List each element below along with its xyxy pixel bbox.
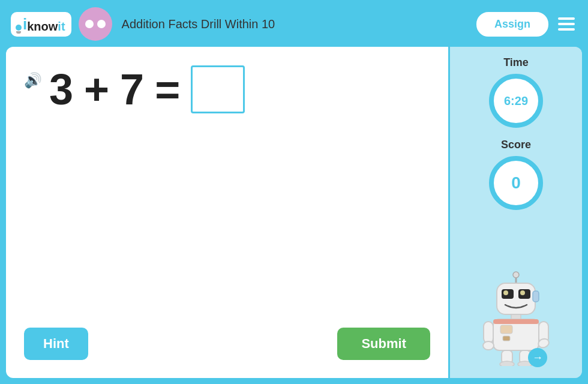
svg-point-5: [503, 290, 508, 295]
time-label: Time: [503, 56, 529, 69]
logo-area: iknowit: [11, 7, 112, 41]
nav-arrow-icon: →: [532, 352, 543, 364]
svg-rect-12: [493, 319, 539, 324]
robot-area: →: [480, 220, 552, 372]
svg-point-14: [483, 341, 494, 350]
svg-point-6: [520, 290, 525, 295]
logo-i: i: [23, 15, 27, 34]
svg-rect-2: [497, 283, 535, 314]
mascot-dot-1: [85, 20, 94, 28]
nav-arrow-button[interactable]: →: [528, 348, 547, 367]
stats-panel: Time 6:29 Score 0: [450, 47, 582, 378]
operand1: 3: [49, 65, 73, 114]
svg-rect-11: [503, 336, 510, 341]
svg-rect-8: [511, 314, 521, 319]
action-buttons: Hint Submit: [18, 328, 436, 366]
timer-circle: 6:29: [489, 74, 543, 128]
logo: iknowit: [11, 12, 71, 37]
logo-know: know: [27, 20, 58, 34]
svg-point-1: [513, 272, 519, 278]
question-panel: 🔊 3 + 7 = Hint Submit: [6, 47, 448, 378]
svg-point-19: [500, 361, 514, 366]
hint-button[interactable]: Hint: [24, 328, 88, 360]
math-expression: 3 + 7 =: [49, 65, 245, 114]
lesson-title: Addition Facts Drill Within 10: [122, 17, 476, 31]
question-area: 🔊 3 + 7 =: [18, 59, 436, 114]
score-value: 0: [511, 173, 521, 193]
assign-button[interactable]: Assign: [476, 12, 548, 37]
mascot-dot-2: [97, 20, 106, 28]
header-actions: Assign: [476, 12, 577, 37]
bulb-icon: [16, 25, 22, 34]
mascot-dots: [85, 20, 106, 28]
logo-it: it: [58, 20, 65, 34]
svg-rect-13: [484, 322, 493, 343]
mascot-header-circle: [79, 7, 112, 41]
sound-icon[interactable]: 🔊: [24, 72, 42, 89]
main-content: 🔊 3 + 7 = Hint Submit Time 6:29: [6, 47, 582, 378]
score-circle: 0: [489, 156, 543, 210]
operator: +: [84, 65, 109, 114]
operand2: 7: [120, 65, 144, 114]
answer-input[interactable]: [191, 65, 245, 113]
app-header: iknowit Addition Facts Drill Within 10 A…: [6, 6, 582, 47]
svg-rect-7: [533, 291, 539, 302]
equals-sign: =: [155, 65, 180, 114]
menu-button[interactable]: [556, 15, 577, 33]
hamburger-line-3: [558, 28, 575, 31]
score-label: Score: [501, 139, 531, 151]
svg-rect-10: [500, 325, 512, 334]
submit-button[interactable]: Submit: [337, 328, 430, 360]
hamburger-line-1: [558, 17, 575, 20]
hamburger-line-2: [558, 23, 575, 25]
timer-value: 6:29: [504, 94, 528, 108]
